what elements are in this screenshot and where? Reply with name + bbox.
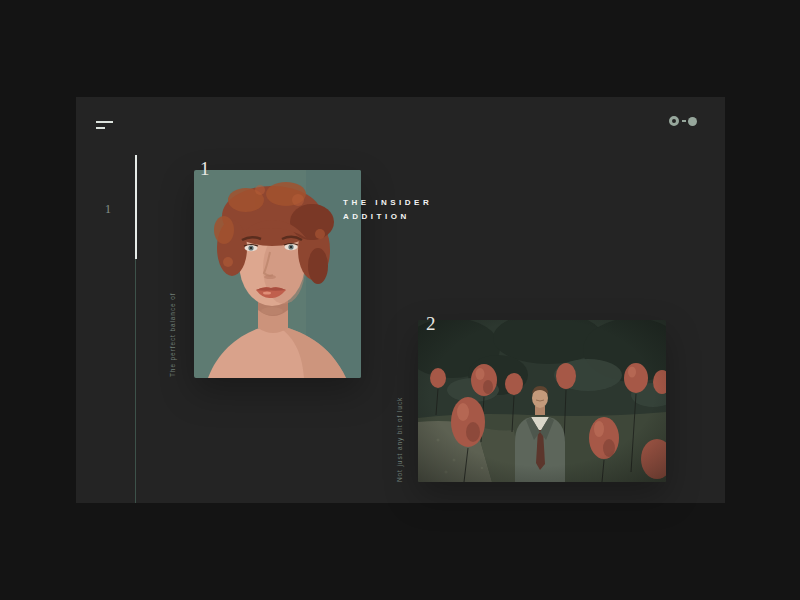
- card-2-caption: Not just any bit of luck: [396, 397, 404, 482]
- card-2-number: 2: [426, 313, 436, 335]
- page-number: 1: [105, 202, 111, 217]
- ring-icon: [669, 116, 679, 126]
- scroll-progress-bar: [135, 155, 137, 259]
- main-panel: 1 1: [76, 97, 725, 503]
- dot-icon: [688, 117, 697, 126]
- card-1-image[interactable]: [194, 170, 361, 378]
- logo[interactable]: [669, 116, 697, 126]
- woman-portrait-illustration: [194, 170, 361, 378]
- card-1-caption: The perfect balance of: [169, 293, 177, 377]
- balloons-forest-illustration: [418, 320, 666, 482]
- menu-button[interactable]: [96, 119, 116, 131]
- card-1-title-line-1: THE INSIDER: [343, 196, 432, 210]
- hamburger-menu-icon-short-bar: [96, 127, 105, 129]
- hamburger-menu-icon: [96, 121, 113, 123]
- card-1-number: 1: [200, 158, 210, 180]
- scroll-progress-track: [135, 155, 136, 503]
- page-background: 1 1: [0, 0, 800, 600]
- connector-dash-icon: [682, 120, 686, 122]
- card-2-image[interactable]: [418, 320, 666, 482]
- card-1-title-line-2: ADDITION: [343, 210, 432, 224]
- card-1-title: THE INSIDER ADDITION: [343, 196, 432, 224]
